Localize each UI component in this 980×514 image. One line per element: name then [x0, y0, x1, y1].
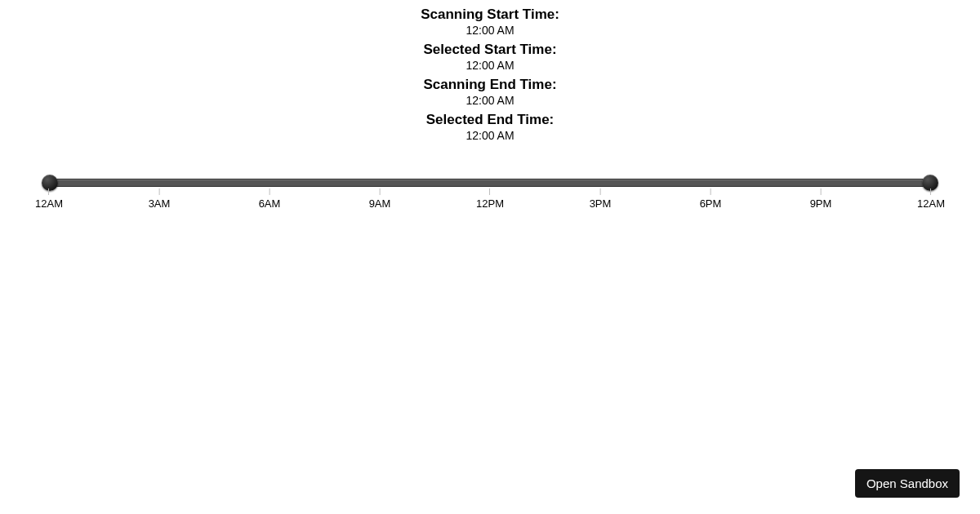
selected-end-label: Selected End Time: [0, 112, 980, 128]
scanning-start-value: 12:00 AM [0, 24, 980, 37]
slider-ticks: 12AM3AM6AM9AM12PM3PM6PM9PM12AM [49, 188, 931, 213]
slider-tick-label: 3AM [149, 197, 171, 210]
time-info-block: Scanning Start Time: 12:00 AM Selected S… [0, 0, 980, 142]
slider-tick-label: 3PM [590, 197, 612, 210]
scanning-end-row: Scanning End Time: 12:00 AM [0, 77, 980, 107]
time-range-slider[interactable]: 12AM3AM6AM9AM12PM3PM6PM9PM12AM [49, 179, 931, 213]
slider-tick: 9PM [810, 188, 832, 210]
slider-tick-label: 6PM [700, 197, 722, 210]
selected-end-row: Selected End Time: 12:00 AM [0, 112, 980, 142]
slider-tick: 3AM [149, 188, 171, 210]
open-sandbox-button[interactable]: Open Sandbox [855, 469, 960, 498]
scanning-start-row: Scanning Start Time: 12:00 AM [0, 7, 980, 37]
slider-tick: 12AM [35, 188, 63, 210]
slider-tick: 3PM [590, 188, 612, 210]
slider-tick-label: 9PM [810, 197, 832, 210]
slider-tick-label: 9AM [369, 197, 391, 210]
slider-tick-label: 12AM [917, 197, 945, 210]
slider-tick: 12PM [476, 188, 504, 210]
selected-start-label: Selected Start Time: [0, 42, 980, 58]
slider-tick: 6PM [700, 188, 722, 210]
selected-start-value: 12:00 AM [0, 59, 980, 72]
scanning-start-label: Scanning Start Time: [0, 7, 980, 23]
slider-tick: 6AM [259, 188, 281, 210]
slider-tick: 9AM [369, 188, 391, 210]
slider-tick: 12AM [917, 188, 945, 210]
slider-tick-label: 12AM [35, 197, 63, 210]
selected-end-value: 12:00 AM [0, 129, 980, 142]
slider-tick-label: 12PM [476, 197, 504, 210]
slider-track[interactable] [49, 179, 931, 187]
selected-start-row: Selected Start Time: 12:00 AM [0, 42, 980, 72]
slider-tick-label: 6AM [259, 197, 281, 210]
scanning-end-label: Scanning End Time: [0, 77, 980, 93]
scanning-end-value: 12:00 AM [0, 94, 980, 107]
